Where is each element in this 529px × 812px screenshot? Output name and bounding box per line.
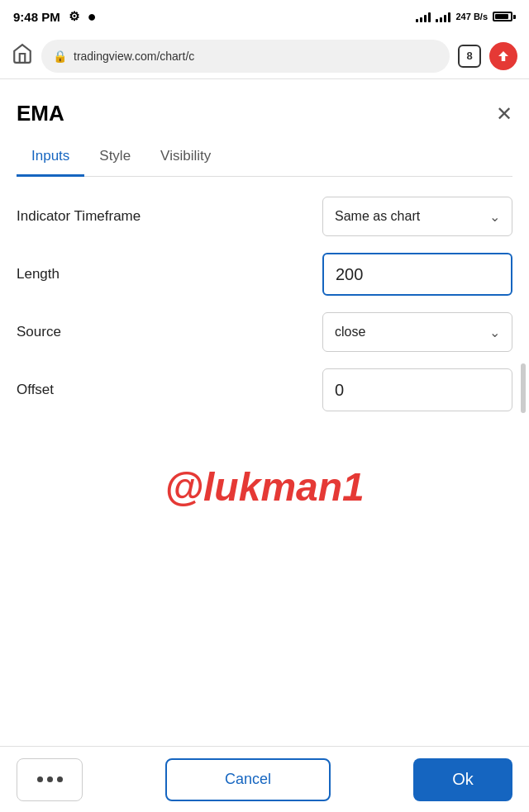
indicator-timeframe-dropdown[interactable]: Same as chart ⌄ xyxy=(322,197,512,236)
time-display: 9:48 PM xyxy=(13,10,60,24)
bottom-bar: Cancel Ok xyxy=(0,746,529,812)
tab-style[interactable]: Style xyxy=(84,138,145,177)
tab-inputs[interactable]: Inputs xyxy=(17,138,84,177)
source-label: Source xyxy=(17,324,61,340)
length-input[interactable] xyxy=(322,253,512,296)
length-label: Length xyxy=(17,266,60,283)
status-left: 9:48 PM ⚙ ● xyxy=(13,8,97,26)
signal-strength-2-icon xyxy=(436,11,450,22)
tab-visibility[interactable]: Visibility xyxy=(145,138,226,177)
offset-row: Offset xyxy=(17,368,512,411)
battery-icon xyxy=(493,12,516,21)
indicator-timeframe-value: Same as chart xyxy=(335,209,420,224)
status-bar: 9:48 PM ⚙ ● 247 B/s xyxy=(0,0,529,33)
cancel-button[interactable]: Cancel xyxy=(165,758,331,801)
source-row: Source close ⌄ xyxy=(17,312,512,352)
offset-label: Offset xyxy=(17,382,54,398)
offset-input[interactable] xyxy=(322,368,512,411)
watermark: @lukman1 xyxy=(17,464,512,510)
lock-icon: 🔒 xyxy=(53,50,67,63)
close-button[interactable]: ✕ xyxy=(496,104,512,124)
signal-strength-icon xyxy=(416,11,431,22)
length-row: Length xyxy=(17,253,512,296)
more-dots-icon xyxy=(37,776,63,782)
modal-title: EMA xyxy=(17,101,64,126)
modal-header: EMA ✕ xyxy=(17,93,512,138)
source-value: close xyxy=(335,325,365,340)
status-right: 247 B/s xyxy=(416,11,516,22)
scroll-indicator[interactable] xyxy=(521,363,526,413)
indicator-timeframe-label: Indicator Timeframe xyxy=(17,208,141,225)
chevron-down-icon: ⌄ xyxy=(489,209,500,225)
whatsapp-icon: ● xyxy=(88,8,97,26)
url-text: tradingview.com/chart/c xyxy=(74,50,194,63)
url-bar[interactable]: 🔒 tradingview.com/chart/c xyxy=(41,40,450,73)
chevron-down-icon-2: ⌄ xyxy=(489,325,500,340)
source-dropdown[interactable]: close ⌄ xyxy=(322,312,512,352)
gear-icon: ⚙ xyxy=(69,9,79,24)
tab-count-badge[interactable]: 8 xyxy=(458,45,481,68)
watermark-text: @lukman1 xyxy=(164,465,365,509)
ema-modal: EMA ✕ Inputs Style Visibility Indicator … xyxy=(0,93,529,510)
ok-button[interactable]: Ok xyxy=(413,758,512,801)
tabs-row: Inputs Style Visibility xyxy=(17,138,512,177)
indicator-timeframe-row: Indicator Timeframe Same as chart ⌄ xyxy=(17,197,512,236)
form-content: Indicator Timeframe Same as chart ⌄ Leng… xyxy=(17,177,512,448)
data-speed: 247 B/s xyxy=(455,12,488,21)
more-options-button[interactable] xyxy=(17,758,83,801)
update-button[interactable] xyxy=(489,42,517,70)
home-icon[interactable] xyxy=(12,43,33,69)
browser-bar: 🔒 tradingview.com/chart/c 8 xyxy=(0,33,529,79)
